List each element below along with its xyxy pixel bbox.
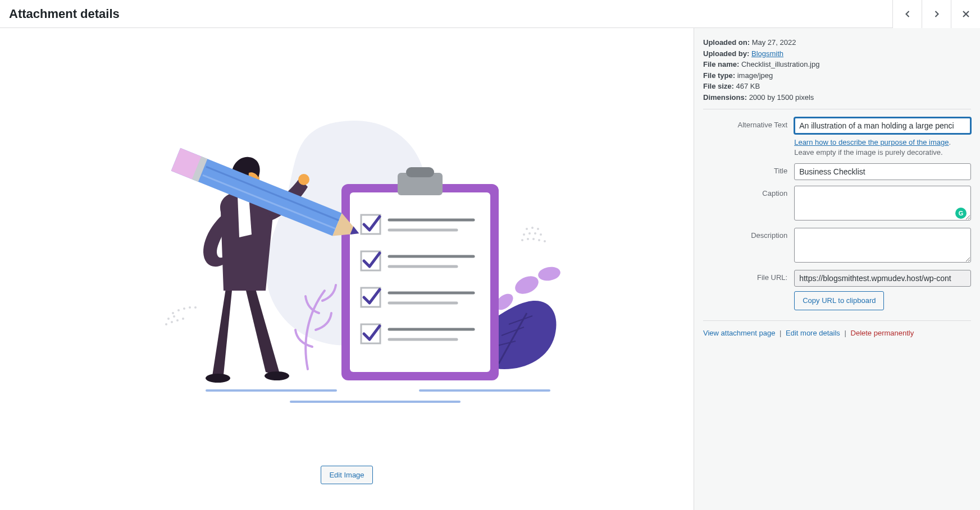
caption-label: Caption [703,186,794,197]
svg-point-18 [534,232,536,235]
svg-point-19 [540,233,542,236]
view-attachment-link[interactable]: View attachment page [703,329,775,337]
title-input[interactable] [794,163,971,180]
alt-text-help: Learn how to describe the purpose of the… [794,137,971,158]
svg-point-24 [544,240,546,242]
close-button[interactable] [951,0,980,28]
alt-text-input[interactable] [794,117,971,134]
svg-point-17 [528,232,531,235]
modal-header: Attachment details [0,0,980,28]
svg-point-45 [265,371,289,380]
edit-more-details-link[interactable]: Edit more details [786,329,840,337]
svg-point-13 [526,228,528,230]
attachment-details-modal: Attachment details [0,0,980,510]
field-caption: Caption G [703,186,971,222]
modal-body: Edit Image Uploaded on: May 27, 2022 Upl… [0,28,980,510]
meta-uploaded-by: Uploaded by: Blogsmith [703,48,971,59]
svg-point-14 [531,227,534,229]
svg-point-9 [165,323,167,325]
svg-point-23 [538,239,540,241]
svg-point-26 [537,265,560,282]
modal-title: Attachment details [0,7,120,21]
delete-permanently-link[interactable]: Delete permanently [851,329,914,337]
chevron-right-icon [931,8,942,20]
meta-dimensions: Dimensions: 2000 by 1500 pixels [703,92,971,103]
attachment-meta: Uploaded on: May 27, 2022 Uploaded by: B… [703,37,971,109]
edit-image-row: Edit Image [321,454,372,502]
file-url-input[interactable] [794,270,971,287]
svg-point-8 [194,306,197,309]
next-button[interactable] [922,0,951,28]
svg-point-16 [523,233,525,236]
svg-point-7 [189,306,191,309]
svg-point-20 [521,239,523,241]
field-alt-text: Alternative Text Learn how to describe t… [703,117,971,158]
image-preview [9,37,685,454]
svg-point-2 [172,312,174,314]
svg-point-11 [176,319,179,321]
close-icon [960,8,972,20]
meta-file-type: File type: image/jpeg [703,70,971,81]
svg-point-3 [177,309,180,311]
svg-point-5 [167,318,170,320]
meta-uploaded-on: Uploaded on: May 27, 2022 [703,37,971,48]
svg-point-44 [206,374,230,383]
prev-button[interactable] [892,0,922,28]
svg-point-46 [298,174,309,185]
svg-rect-31 [406,167,434,177]
field-file-url: File URL: Copy URL to clipboard [703,270,971,310]
title-label: Title [703,163,794,175]
attachment-actions: View attachment page | Edit more details… [703,320,971,337]
svg-point-4 [183,307,185,310]
svg-point-6 [173,315,175,318]
svg-point-10 [171,321,173,323]
file-url-label: File URL: [703,270,794,282]
svg-point-15 [537,228,539,230]
checklist-illustration [134,89,560,403]
svg-point-21 [527,238,529,240]
chevron-left-icon [902,8,913,20]
field-title: Title [703,163,971,180]
alt-help-link[interactable]: Learn how to describe the purpose of the… [794,138,949,146]
meta-file-size: File size: 467 KB [703,81,971,92]
field-description: Description [703,228,971,264]
meta-file-name: File name: Checklist_illustration.jpg [703,59,971,70]
preview-pane: Edit Image [0,28,694,510]
svg-point-22 [532,238,535,240]
details-sidebar: Uploaded on: May 27, 2022 Uploaded by: B… [694,28,980,510]
edit-image-button[interactable]: Edit Image [321,466,372,485]
svg-point-12 [182,318,184,320]
svg-point-25 [512,273,541,297]
description-label: Description [703,228,794,240]
alt-text-label: Alternative Text [703,117,794,129]
copy-url-button[interactable]: Copy URL to clipboard [794,291,884,310]
description-input[interactable] [794,228,971,263]
caption-input[interactable] [794,186,971,220]
uploaded-by-link[interactable]: Blogsmith [751,49,783,58]
header-nav [892,0,980,27]
